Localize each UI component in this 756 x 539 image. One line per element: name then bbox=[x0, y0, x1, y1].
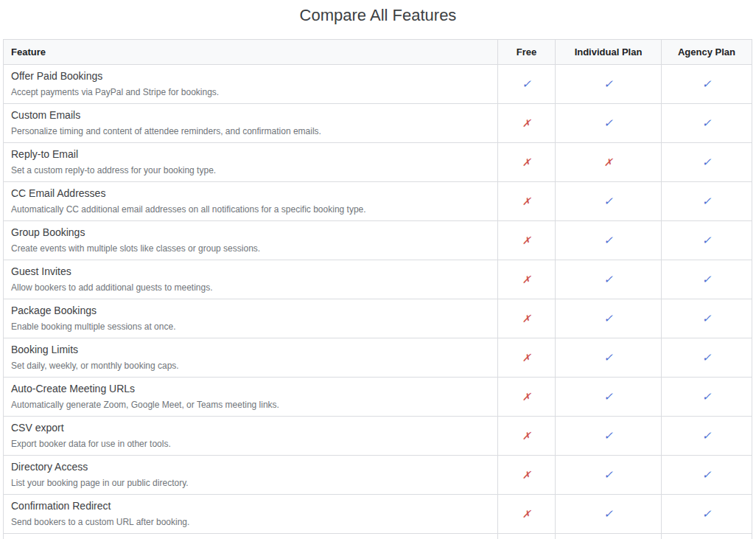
cross-icon: ✗ bbox=[522, 156, 531, 168]
free-cell: ✗ bbox=[498, 378, 556, 417]
free-cell: ✗ bbox=[498, 221, 556, 260]
agency-cell: ✓ bbox=[662, 378, 752, 417]
cross-icon: ✗ bbox=[522, 117, 531, 129]
feature-description: Send bookers to a custom URL after booki… bbox=[11, 517, 490, 527]
cross-icon: ✗ bbox=[522, 469, 531, 481]
check-icon: ✓ bbox=[603, 351, 613, 364]
check-icon: ✓ bbox=[702, 195, 712, 207]
check-icon: ✓ bbox=[603, 234, 613, 246]
agency-cell: ✓ bbox=[662, 143, 752, 182]
table-row: Custom Emails Personalize timing and con… bbox=[4, 104, 752, 143]
feature-description: Personalize timing and content of attend… bbox=[11, 126, 490, 136]
check-icon: ✓ bbox=[702, 77, 712, 90]
individual-cell: ✓ bbox=[556, 299, 662, 338]
individual-cell: ✓ bbox=[556, 456, 662, 495]
feature-comparison-table: Feature Free Individual Plan Agency Plan… bbox=[3, 39, 752, 539]
feature-title: Booking Limits bbox=[11, 344, 490, 356]
table-row-partial bbox=[4, 534, 752, 539]
free-cell: ✓ bbox=[498, 65, 556, 104]
individual-cell: ✓ bbox=[556, 417, 662, 456]
feature-description: Allow bookers to add additional guests t… bbox=[11, 282, 490, 293]
individual-cell: ✓ bbox=[556, 378, 662, 417]
free-cell: ✗ bbox=[498, 143, 556, 182]
individual-cell: ✓ bbox=[556, 221, 662, 260]
cross-icon: ✗ bbox=[522, 430, 531, 442]
feature-title: Custom Emails bbox=[11, 109, 490, 122]
table-row: Package Bookings Enable booking multiple… bbox=[4, 299, 752, 338]
table-row: Booking Limits Set daily, weekly, or mon… bbox=[4, 338, 752, 378]
cross-icon: ✗ bbox=[522, 195, 531, 207]
column-header-free: Free bbox=[498, 40, 556, 65]
free-cell: ✗ bbox=[498, 299, 556, 338]
free-cell: ✗ bbox=[498, 456, 556, 495]
column-header-feature: Feature bbox=[4, 40, 498, 65]
check-icon: ✓ bbox=[603, 390, 613, 403]
feature-cell: Reply-to Email Set a custom reply-to add… bbox=[4, 143, 498, 182]
cross-icon: ✗ bbox=[522, 274, 531, 285]
free-cell: ✗ bbox=[498, 260, 556, 299]
check-icon: ✓ bbox=[603, 507, 613, 520]
agency-cell: ✓ bbox=[662, 260, 752, 299]
check-icon: ✓ bbox=[702, 312, 712, 324]
feature-title: Directory Access bbox=[11, 461, 490, 473]
feature-description: Automatically generate Zoom, Google Meet… bbox=[11, 400, 490, 410]
check-icon: ✓ bbox=[603, 195, 613, 207]
feature-title: Offer Paid Bookings bbox=[11, 70, 490, 83]
feature-title: CSV export bbox=[11, 422, 490, 434]
agency-cell: ✓ bbox=[662, 456, 752, 495]
check-icon: ✓ bbox=[702, 507, 712, 520]
cross-icon: ✗ bbox=[604, 156, 613, 168]
feature-title: Auto-Create Meeting URLs bbox=[11, 383, 490, 395]
free-cell: ✗ bbox=[498, 182, 556, 221]
individual-cell: ✗ bbox=[556, 143, 662, 182]
agency-cell: ✓ bbox=[662, 495, 752, 534]
check-icon: ✓ bbox=[702, 234, 712, 246]
agency-cell: ✓ bbox=[662, 182, 752, 221]
feature-description: Enable booking multiple sessions at once… bbox=[11, 321, 490, 332]
feature-title: Confirmation Redirect bbox=[11, 500, 490, 512]
feature-title: Group Bookings bbox=[11, 226, 490, 239]
agency-cell: ✓ bbox=[662, 65, 752, 104]
individual-cell: ✓ bbox=[556, 65, 662, 104]
table-row: Directory Access List your booking page … bbox=[4, 456, 752, 495]
free-cell: ✗ bbox=[498, 495, 556, 534]
individual-cell: ✓ bbox=[556, 182, 662, 221]
agency-cell: ✓ bbox=[662, 104, 752, 143]
feature-description: Accept payments via PayPal and Stripe fo… bbox=[11, 87, 490, 97]
table-header: Feature Free Individual Plan Agency Plan bbox=[4, 40, 752, 65]
cross-icon: ✗ bbox=[522, 391, 531, 403]
feature-cell: Group Bookings Create events with multip… bbox=[4, 221, 498, 260]
feature-description: Set a custom reply-to address for your b… bbox=[11, 165, 490, 175]
agency-cell: ✓ bbox=[662, 417, 752, 456]
free-cell: ✗ bbox=[498, 104, 556, 143]
feature-cell: Confirmation Redirect Send bookers to a … bbox=[4, 495, 498, 534]
column-header-individual-plan: Individual Plan bbox=[556, 40, 662, 65]
free-cell: ✗ bbox=[498, 338, 556, 378]
feature-description: Export booker data for use in other tool… bbox=[11, 439, 490, 449]
individual-cell bbox=[556, 534, 662, 539]
check-icon: ✓ bbox=[702, 468, 712, 481]
page-title: Compare All Features bbox=[0, 6, 756, 25]
feature-cell: CSV export Export booker data for use in… bbox=[4, 417, 498, 456]
feature-cell: Offer Paid Bookings Accept payments via … bbox=[4, 65, 498, 104]
check-icon: ✓ bbox=[603, 468, 613, 481]
check-icon: ✓ bbox=[702, 273, 712, 285]
feature-description: Set daily, weekly, or monthly booking ca… bbox=[11, 361, 490, 371]
table-row: Group Bookings Create events with multip… bbox=[4, 221, 752, 260]
feature-title: Reply-to Email bbox=[11, 148, 490, 161]
agency-cell: ✓ bbox=[662, 299, 752, 338]
feature-cell: Custom Emails Personalize timing and con… bbox=[4, 104, 498, 143]
feature-cell: Auto-Create Meeting URLs Automatically g… bbox=[4, 378, 498, 417]
feature-cell: CC Email Addresses Automatically CC addi… bbox=[4, 182, 498, 221]
feature-table-body: Offer Paid Bookings Accept payments via … bbox=[4, 65, 752, 534]
table-row: Offer Paid Bookings Accept payments via … bbox=[4, 65, 752, 104]
table-row: Guest Invites Allow bookers to add addit… bbox=[4, 260, 752, 299]
agency-cell: ✓ bbox=[662, 338, 752, 378]
check-icon: ✓ bbox=[702, 390, 712, 403]
table-row: Reply-to Email Set a custom reply-to add… bbox=[4, 143, 752, 182]
feature-description: Automatically CC additional email addres… bbox=[11, 204, 490, 215]
table-row: Confirmation Redirect Send bookers to a … bbox=[4, 495, 752, 534]
feature-cell: Directory Access List your booking page … bbox=[4, 456, 498, 495]
cross-icon: ✗ bbox=[522, 352, 531, 364]
cross-icon: ✗ bbox=[522, 234, 531, 246]
